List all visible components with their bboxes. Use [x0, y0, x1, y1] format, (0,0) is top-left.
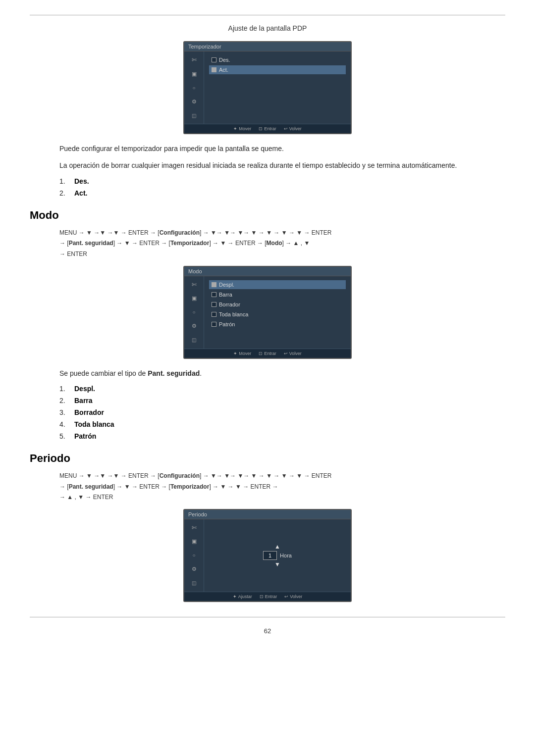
modo-sidebar-icon-wrench: ✄: [189, 280, 200, 289]
modo-item5-label: Patrón: [74, 432, 96, 440]
temporizador-desc1: Puede configurar el temporizador para im…: [59, 143, 476, 154]
footer-volver-modo: ↩ Volver: [284, 351, 302, 356]
modo-item3-num: 3.: [59, 408, 69, 416]
modo-list-item-4: 4. Toda blanca: [59, 420, 505, 428]
modo-nav-line3: → ENTER: [59, 251, 87, 257]
periodo-screen: Periodo ✄ ▣ ○ ⚙ ◫ ▲ 1 Hora ▼: [183, 509, 352, 602]
modo-label-patron: Patrón: [219, 321, 235, 327]
modo-nav-line1: MENU → ▼ →▼ →▼ → ENTER → [Configuración]…: [59, 229, 331, 236]
periodo-nav-line3: → ▲ , ▼ → ENTER: [59, 494, 113, 501]
modo-label-barra: Barra: [219, 292, 232, 298]
footer-mover-modo: ✦ Mover: [233, 351, 251, 356]
modo-volver-label: Volver: [289, 351, 302, 356]
modo-item4-num: 4.: [59, 420, 69, 428]
checkbox-borrador: [212, 302, 216, 307]
modo-item-despl: Despl.: [209, 280, 346, 289]
modo-label-toda-blanca: Toda blanca: [219, 311, 248, 317]
modo-screen: Modo ✄ ▣ ○ ⚙ ◫ Despl. Barra: [183, 266, 352, 359]
periodo-volver-label: Volver: [290, 594, 302, 599]
modo-item-borrador: Borrador: [209, 300, 346, 309]
sidebar-icon-screen: ▣: [189, 69, 200, 78]
footer-entrar-modo: ⊡ Entrar: [259, 351, 276, 356]
item2-label: Act.: [74, 189, 87, 197]
page-number: 62: [30, 627, 505, 635]
modo-list-item-2: 2. Barra: [59, 397, 505, 404]
temporizador-item-act: Act.: [209, 65, 346, 74]
tv-sidebar-temporizador: ✄ ▣ ○ ⚙ ◫: [184, 51, 204, 124]
periodo-unit-label: Hora: [280, 553, 292, 558]
temporizador-screen-body: ✄ ▣ ○ ⚙ ◫ Des. Act.: [184, 51, 351, 124]
periodo-value-box: 1: [263, 551, 277, 560]
modo-mover-icon: ✦: [233, 351, 237, 356]
modo-screen-title: Modo: [184, 267, 351, 276]
modo-item3-label: Borrador: [74, 408, 104, 416]
footer-volver-periodo: ↩ Volver: [284, 594, 302, 599]
entrar-label: Entrar: [264, 126, 276, 131]
modo-menu-content: Despl. Barra Borrador Toda blanca Patrón: [204, 276, 351, 349]
temporizador-list: 1. Des. 2. Act.: [59, 177, 505, 197]
modo-list-item-3: 3. Borrador: [59, 408, 505, 416]
periodo-entrar-icon: ⊡: [260, 594, 264, 599]
periodo-value-row: 1 Hora: [263, 551, 292, 560]
periodo-sidebar-icon-wrench: ✄: [189, 523, 200, 532]
periodo-control-content: ▲ 1 Hora ▼: [204, 519, 351, 592]
modo-sidebar-icon-screen: ▣: [189, 294, 200, 303]
pant-seguridad-bold: Pant. seguridad: [148, 369, 200, 377]
ajustar-label: Ajustar: [238, 594, 252, 599]
modo-item-barra: Barra: [209, 290, 346, 299]
modo-mover-label: Mover: [239, 351, 251, 356]
top-rule: [30, 15, 505, 15]
footer-entrar-temporizador: ⊡ Entrar: [259, 126, 276, 131]
volver-label: Volver: [289, 126, 302, 131]
modo-nav-instruction: MENU → ▼ →▼ →▼ → ENTER → [Configuración]…: [59, 228, 505, 260]
footer-volver-temporizador: ↩ Volver: [284, 126, 302, 131]
periodo-volver-icon: ↩: [284, 594, 288, 599]
modo-footer: ✦ Mover ⊡ Entrar ↩ Volver: [184, 349, 351, 358]
periodo-sidebar-icon-screen: ▣: [189, 537, 200, 546]
periodo-nav-line2: → [Pant. seguridad] → ▼ → ENTER → [Tempo…: [59, 483, 278, 490]
footer-entrar-periodo: ⊡ Entrar: [260, 594, 277, 599]
item1-label: Des.: [74, 177, 89, 185]
modo-entrar-label: Entrar: [264, 351, 276, 356]
temporizador-footer: ✦ Mover ⊡ Entrar ↩ Volver: [184, 124, 351, 133]
item1-num: 1.: [59, 177, 69, 185]
checkbox-barra: [212, 292, 216, 297]
page-container: Ajuste de la pantalla PDP Temporizador ✄…: [0, 0, 535, 756]
temporizador-menu-content: Des. Act.: [204, 51, 351, 124]
modo-nav-line2: → [Pant. seguridad] → ▼ → ENTER → [Tempo…: [59, 240, 310, 247]
checkbox-act: [212, 67, 216, 72]
modo-section-header: Modo: [30, 209, 505, 222]
modo-volver-icon: ↩: [284, 351, 288, 356]
periodo-down-arrow: ▼: [274, 561, 280, 567]
page-title: Ajuste de la pantalla PDP: [30, 24, 505, 32]
modo-description: Se puede cambiar el tipo de Pant. seguri…: [59, 368, 476, 379]
periodo-screen-body: ✄ ▣ ○ ⚙ ◫ ▲ 1 Hora ▼: [184, 519, 351, 592]
temporizador-desc2: La operación de borrar cualquier imagen …: [59, 160, 476, 171]
modo-sidebar-icon-gear: ⚙: [189, 322, 200, 331]
checkbox-toda-blanca: [212, 312, 216, 317]
modo-item1-label: Despl.: [74, 385, 95, 393]
periodo-nav-line1: MENU → ▼ →▼ →▼ → ENTER → [Configuración]…: [59, 472, 331, 479]
modo-item1-num: 1.: [59, 385, 69, 393]
periodo-entrar-label: Entrar: [265, 594, 277, 599]
modo-screen-body: ✄ ▣ ○ ⚙ ◫ Despl. Barra Borrador: [184, 276, 351, 349]
periodo-up-arrow: ▲: [274, 544, 280, 550]
modo-entrar-icon: ⊡: [259, 351, 263, 356]
periodo-sidebar-icon-gear: ⚙: [189, 565, 200, 574]
modo-sidebar-icon-doc: ◫: [189, 336, 200, 345]
sidebar-icon-circle: ○: [189, 83, 200, 92]
checkbox-patron: [212, 322, 216, 327]
temporizador-label-des: Des.: [219, 57, 230, 63]
sidebar-icon-doc: ◫: [189, 111, 200, 120]
temporizador-list-item-2: 2. Act.: [59, 189, 505, 197]
checkbox-despl: [212, 282, 216, 287]
modo-list: 1. Despl. 2. Barra 3. Borrador 4. Toda b…: [59, 385, 505, 440]
temporizador-item-des: Des.: [209, 55, 346, 64]
periodo-sidebar-icon-doc: ◫: [189, 579, 200, 588]
mover-icon: ✦: [233, 126, 237, 131]
modo-label-borrador: Borrador: [219, 302, 240, 307]
periodo-footer: ✦ Ajustar ⊡ Entrar ↩ Volver: [184, 592, 351, 601]
tv-sidebar-modo: ✄ ▣ ○ ⚙ ◫: [184, 276, 204, 349]
modo-item-toda-blanca: Toda blanca: [209, 310, 346, 319]
temporizador-list-item-1: 1. Des.: [59, 177, 505, 185]
